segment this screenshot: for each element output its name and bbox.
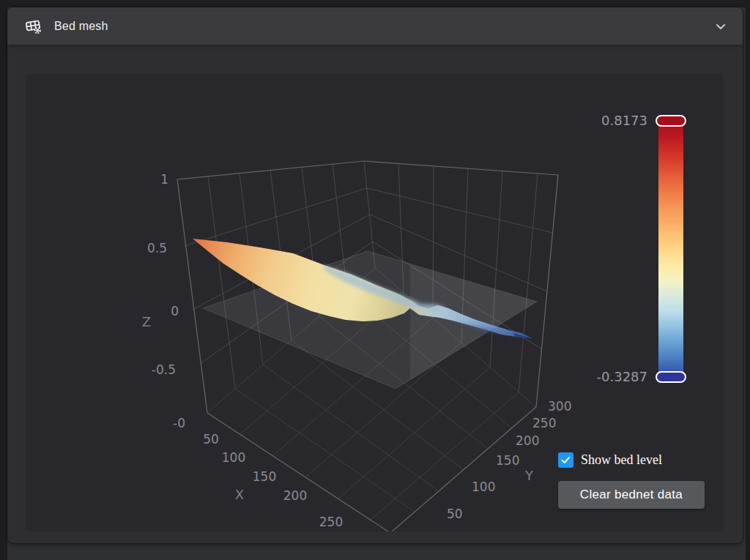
bed-mesh-plot[interactable]: 1 0.5 0 -0.5 -0 Z 50 100 150 200 250 X bbox=[26, 74, 724, 531]
z-tick: 0.5 bbox=[147, 241, 167, 255]
colorbar-min-value: -0.3287 bbox=[567, 369, 647, 384]
z-tick: -0.5 bbox=[152, 362, 176, 377]
show-bed-level-label: Show bed level bbox=[581, 452, 662, 468]
y-tick: 100 bbox=[472, 479, 495, 494]
chevron-down-icon[interactable] bbox=[712, 18, 729, 35]
z-tick: 0 bbox=[171, 304, 179, 318]
y-tick: 150 bbox=[496, 453, 519, 468]
x-axis-labels: 50 100 150 200 250 X bbox=[203, 432, 343, 529]
colorbar-max-handle[interactable] bbox=[656, 115, 686, 127]
x-tick: 150 bbox=[253, 469, 276, 484]
z-tick: -0 bbox=[173, 416, 185, 430]
colorbar[interactable] bbox=[658, 122, 683, 378]
y-tick: 250 bbox=[532, 416, 556, 430]
y-tick: 200 bbox=[516, 433, 539, 448]
x-axis-title: X bbox=[235, 487, 244, 502]
colorbar-min-handle[interactable] bbox=[656, 371, 686, 383]
panel-header[interactable]: Bed mesh bbox=[7, 7, 743, 45]
panel-body: 1 0.5 0 -0.5 -0 Z 50 100 150 200 250 X bbox=[7, 45, 743, 543]
x-tick: 100 bbox=[222, 450, 245, 465]
z-tick: 1 bbox=[160, 172, 168, 187]
colorbar-max-value: 0.8173 bbox=[567, 113, 647, 128]
z-axis-title: Z bbox=[142, 314, 151, 329]
y-axis-title: Y bbox=[524, 468, 534, 483]
y-axis-labels: 50 100 150 200 250 300 Y bbox=[447, 399, 571, 521]
x-tick: 250 bbox=[319, 515, 343, 529]
y-tick: 300 bbox=[548, 399, 571, 414]
checkbox-checked-icon[interactable] bbox=[558, 452, 573, 468]
y-tick: 50 bbox=[447, 507, 463, 521]
x-tick: 50 bbox=[203, 432, 219, 447]
show-bed-level-checkbox[interactable]: Show bed level bbox=[558, 452, 662, 468]
panel-title: Bed mesh bbox=[54, 20, 108, 33]
z-axis-labels: 1 0.5 0 -0.5 -0 Z bbox=[142, 172, 185, 430]
clear-bednet-data-button[interactable]: Clear bednet data bbox=[558, 481, 705, 509]
page-content: Bed mesh bbox=[7, 7, 746, 560]
x-tick: 200 bbox=[283, 488, 307, 503]
bed-mesh-icon bbox=[23, 17, 44, 36]
bed-mesh-panel: Bed mesh bbox=[7, 7, 743, 543]
